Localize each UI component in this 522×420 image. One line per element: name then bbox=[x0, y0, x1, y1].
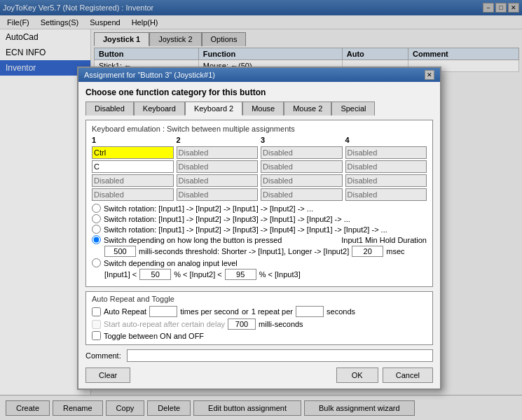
toggle-row: Toggle between ON and OFF bbox=[92, 331, 427, 340]
hold-duration-label: Input1 Min Hold Duration bbox=[341, 236, 427, 244]
switch-option-3: Switch rotation: [Input1] -> [Input2] ->… bbox=[92, 225, 427, 234]
tab-special[interactable]: Special bbox=[331, 102, 375, 115]
start-delay-row: Start auto-repeat after certain delay mi… bbox=[92, 318, 427, 330]
col2-header: 2 bbox=[177, 136, 259, 144]
auto-repeat-label: Auto Repeat bbox=[104, 307, 146, 316]
analog-level-row: [Input1] < % < [Input2] < % < [Input3] bbox=[92, 269, 427, 280]
key-col4-row3[interactable] bbox=[345, 174, 427, 187]
key-col2-row3[interactable] bbox=[177, 174, 259, 187]
repeat-seconds-input[interactable] bbox=[296, 306, 324, 317]
start-delay-checkbox[interactable] bbox=[92, 320, 101, 329]
start-delay-label: Start auto-repeat after certain delay bbox=[104, 320, 225, 328]
modal-buttons: Clear OK Cancel bbox=[85, 368, 433, 383]
key-col-4: 4 bbox=[345, 136, 427, 201]
times-per-second-input[interactable] bbox=[149, 306, 177, 317]
key-col4-row4[interactable] bbox=[345, 188, 427, 201]
analog-label-3: % < [Input3] bbox=[259, 270, 301, 279]
analog-label-2: % < [Input2] < bbox=[174, 270, 222, 279]
switch-label-2: Switch rotation: [Input1] -> [Input2] ->… bbox=[104, 215, 350, 223]
key-col-2: 2 bbox=[177, 136, 259, 201]
key-grid: 1 2 3 bbox=[92, 136, 427, 201]
auto-repeat-row: Auto Repeat times per second or 1 repeat… bbox=[92, 306, 427, 317]
msec-input[interactable] bbox=[352, 246, 383, 257]
key-col2-row2[interactable] bbox=[177, 160, 259, 173]
tab-mouse[interactable]: Mouse bbox=[242, 102, 284, 115]
comment-row: Comment: bbox=[85, 349, 433, 362]
key-col3-row2[interactable] bbox=[261, 160, 343, 173]
toggle-checkbox[interactable] bbox=[92, 331, 101, 340]
threshold-label: milli-seconds threshold: Shorter -> [Inp… bbox=[139, 247, 349, 255]
key-col1-row2[interactable] bbox=[92, 160, 174, 173]
switch-label-3: Switch rotation: [Input1] -> [Input2] ->… bbox=[104, 225, 387, 234]
times-per-second-label: times per second bbox=[180, 307, 239, 316]
toggle-label: Toggle between ON and OFF bbox=[104, 332, 204, 340]
auto-repeat-section: Auto Repeat and Toggle Auto Repeat times… bbox=[85, 291, 433, 345]
modal-title-bar: Assignment for "Button 3" (Joystick#1) ✕ bbox=[78, 68, 440, 82]
modal-title-text: Assignment for "Button 3" (Joystick#1) bbox=[84, 71, 215, 79]
radio-switch3[interactable] bbox=[92, 225, 101, 234]
switch-options: Switch rotation: [Input1] -> [Input2] ->… bbox=[92, 204, 427, 280]
tab-mouse2[interactable]: Mouse 2 bbox=[284, 102, 331, 115]
radio-switch1[interactable] bbox=[92, 204, 101, 213]
key-col3-row3[interactable] bbox=[261, 174, 343, 187]
switch-label-1: Switch rotation: [Input1] -> [Input2] ->… bbox=[104, 204, 313, 213]
radio-switch5[interactable] bbox=[92, 258, 101, 267]
modal-close-button[interactable]: ✕ bbox=[425, 70, 434, 80]
comment-label: Comment: bbox=[85, 351, 121, 360]
or-label: or bbox=[242, 307, 249, 316]
auto-repeat-title: Auto Repeat and Toggle bbox=[92, 295, 427, 303]
col4-header: 4 bbox=[345, 136, 427, 144]
modal-body: Choose one function category for this bu… bbox=[78, 82, 440, 388]
ok-cancel-group: OK Cancel bbox=[336, 368, 433, 383]
key-col-3: 3 bbox=[261, 136, 343, 201]
col3-header: 3 bbox=[261, 136, 343, 144]
analog-label-1: [Input1] < bbox=[104, 270, 137, 279]
modal-dialog: Assignment for "Button 3" (Joystick#1) ✕… bbox=[77, 66, 441, 390]
key-col3-row4[interactable] bbox=[261, 188, 343, 201]
key-col1-row4[interactable] bbox=[92, 188, 174, 201]
switch-label-4: Switch depending on how long the button … bbox=[104, 236, 282, 244]
threshold-input[interactable] bbox=[104, 246, 136, 257]
key-col4-row1[interactable] bbox=[345, 146, 427, 159]
clear-button[interactable]: Clear bbox=[85, 368, 130, 383]
switch-hold-row: Switch depending on how long the button … bbox=[92, 235, 427, 257]
modal-heading: Choose one function category for this bu… bbox=[85, 88, 433, 97]
key-col1-row3[interactable] bbox=[92, 174, 174, 187]
analog-input1[interactable] bbox=[139, 269, 171, 280]
switch-option-1: Switch rotation: [Input1] -> [Input2] ->… bbox=[92, 204, 427, 213]
radio-switch2[interactable] bbox=[92, 214, 101, 223]
repeat-per-label: 1 repeat per bbox=[252, 307, 293, 316]
seconds-label: seconds bbox=[327, 307, 355, 316]
delay-ms-input[interactable] bbox=[228, 318, 256, 330]
key-col-1: 1 bbox=[92, 136, 174, 201]
auto-repeat-checkbox[interactable] bbox=[92, 307, 101, 316]
cancel-button[interactable]: Cancel bbox=[383, 368, 433, 383]
key-col1-row1[interactable] bbox=[92, 146, 174, 159]
keyboard-section: Keyboard emulation : Switch between mult… bbox=[85, 120, 433, 287]
msec-label: msec bbox=[386, 247, 404, 255]
hold-threshold-row: milli-seconds threshold: Shorter -> [Inp… bbox=[92, 246, 427, 257]
tab-keyboard[interactable]: Keyboard bbox=[134, 102, 185, 115]
function-tabs: Disabled Keyboard Keyboard 2 Mouse Mouse… bbox=[85, 102, 433, 115]
radio-switch4[interactable] bbox=[92, 235, 101, 244]
tab-disabled[interactable]: Disabled bbox=[85, 102, 134, 115]
modal-overlay: Assignment for "Button 3" (Joystick#1) ✕… bbox=[0, 0, 522, 420]
key-col3-row1[interactable] bbox=[261, 146, 343, 159]
switch-option-2: Switch rotation: [Input1] -> [Input2] ->… bbox=[92, 214, 427, 223]
col1-header: 1 bbox=[92, 136, 174, 144]
keyboard-section-title: Keyboard emulation : Switch between mult… bbox=[92, 125, 427, 133]
analog-input2[interactable] bbox=[225, 269, 256, 280]
ms-label: milli-seconds bbox=[259, 320, 303, 328]
comment-input[interactable] bbox=[127, 349, 433, 362]
key-col2-row1[interactable] bbox=[177, 146, 259, 159]
ok-button[interactable]: OK bbox=[336, 368, 378, 383]
key-col4-row2[interactable] bbox=[345, 160, 427, 173]
key-col2-row4[interactable] bbox=[177, 188, 259, 201]
tab-keyboard2[interactable]: Keyboard 2 bbox=[185, 102, 242, 115]
switch-analog-row: Switch depending on analog input level [… bbox=[92, 258, 427, 280]
switch-label-5: Switch depending on analog input level bbox=[104, 259, 238, 267]
